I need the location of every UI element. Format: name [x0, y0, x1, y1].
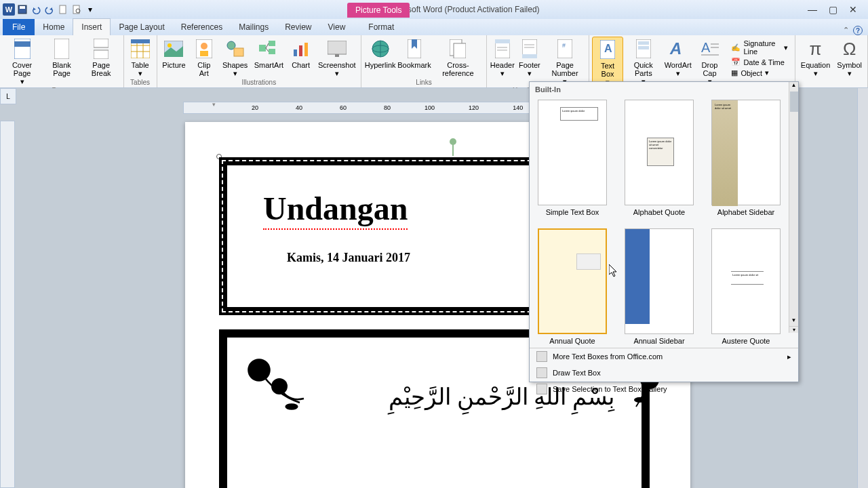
footer-button[interactable]: Footer▾: [517, 37, 542, 87]
tab-insert[interactable]: Insert: [73, 18, 111, 35]
date-time-button[interactable]: 📅Date & Time: [731, 58, 787, 66]
gallery-item-annual-quote[interactable]: Annual Quote: [535, 228, 610, 345]
redo-icon[interactable]: [43, 3, 56, 16]
chart-button[interactable]: Chart: [288, 37, 315, 79]
ruler-corner[interactable]: L: [0, 88, 16, 104]
svg-rect-30: [335, 54, 339, 57]
svg-rect-15: [131, 39, 150, 43]
office-icon: [536, 351, 547, 362]
svg-rect-22: [234, 48, 243, 56]
table-button[interactable]: Table▾: [127, 37, 154, 79]
group-tables-label: Tables: [127, 79, 154, 87]
ribbon: Cover Page▾ Blank Page Page Break Pages …: [0, 35, 868, 88]
screenshot-button[interactable]: Screenshot▾: [315, 37, 358, 79]
shapes-button[interactable]: Shapes▾: [220, 37, 250, 79]
signature-line-button[interactable]: ✍Signature Line ▾: [731, 39, 787, 56]
save-gallery-icon: [536, 384, 547, 394]
minimize-ribbon-icon[interactable]: ⌃: [843, 26, 849, 35]
hyperlink-button[interactable]: Hyperlink: [364, 37, 396, 79]
blank-page-button[interactable]: Blank Page: [43, 37, 81, 87]
text-box-gallery: Built-In Lorem ipsum dolor Simple Text B…: [529, 81, 799, 382]
tab-view[interactable]: View: [320, 19, 354, 35]
gallery-item-annual-sidebar[interactable]: Annual Sidebar: [622, 228, 696, 345]
svg-rect-24: [269, 41, 275, 46]
svg-text:A: A: [701, 40, 711, 55]
group-illustrations-label: Illustrations: [160, 79, 359, 87]
invitation-title: Undangan: [263, 190, 408, 230]
svg-rect-38: [495, 39, 510, 43]
gallery-section-header: Built-In: [530, 82, 798, 97]
signature-icon: ✍: [731, 43, 741, 52]
object-button[interactable]: ▦Object ▾: [731, 68, 787, 77]
svg-rect-7: [54, 39, 69, 59]
draw-text-box-item[interactable]: Draw Text Box: [530, 365, 798, 381]
symbol-button[interactable]: ΩSymbol▾: [834, 37, 865, 79]
gallery-item-alphabet-quote[interactable]: Lorem ipsum dolor sit amet consectetur A…: [622, 100, 696, 216]
svg-point-64: [634, 397, 645, 403]
invitation-date: Kamis, 14 Januari 2017: [287, 251, 410, 265]
vertical-ruler[interactable]: [0, 121, 15, 488]
svg-point-19: [201, 43, 208, 49]
gallery-item-simple-text-box[interactable]: Lorem ipsum dolor Simple Text Box: [535, 100, 610, 216]
svg-text:A: A: [669, 39, 682, 58]
svg-rect-8: [94, 39, 108, 47]
object-icon: ▦: [731, 68, 738, 77]
tab-home[interactable]: Home: [35, 19, 73, 35]
close-icon[interactable]: ✕: [848, 4, 859, 15]
draw-icon: [536, 367, 547, 378]
gallery-item-alphabet-sidebar[interactable]: Lorem ipsum dolor sit amet Alphabet Side…: [709, 100, 783, 216]
bookmark-button[interactable]: Bookmark: [397, 37, 431, 79]
svg-rect-1: [20, 6, 25, 9]
title-bar: W ▾ 527_B - Microsoft Word (Product Acti…: [0, 0, 868, 19]
scrollbar-thumb[interactable]: [790, 92, 798, 112]
gallery-scrollbar[interactable]: ▲ ▼ ▾: [789, 82, 798, 333]
clipart-button[interactable]: Clip Art: [189, 37, 218, 79]
drop-cap-button[interactable]: ADrop Cap▾: [694, 37, 726, 88]
tab-file[interactable]: File: [3, 19, 35, 35]
cover-page-button[interactable]: Cover Page▾: [3, 37, 41, 87]
ribbon-tabs: File Home Insert Page Layout References …: [0, 19, 868, 35]
page-number-button[interactable]: #Page Number▾: [544, 37, 586, 87]
tab-page-layout[interactable]: Page Layout: [111, 19, 172, 35]
svg-rect-27: [299, 45, 302, 56]
right-scrollbar-area[interactable]: [857, 88, 868, 488]
save-selection-item[interactable]: Save Selection to Text Box Gallery: [530, 381, 798, 397]
group-links-label: Links: [364, 79, 484, 87]
mouse-cursor-icon: [609, 264, 620, 281]
tab-mailings[interactable]: Mailings: [231, 19, 277, 35]
wordart-button[interactable]: AWordArt▾: [664, 37, 692, 88]
tab-review[interactable]: Review: [277, 19, 319, 35]
maximize-icon[interactable]: ▢: [827, 4, 838, 15]
header-button[interactable]: Header▾: [490, 37, 515, 87]
word-icon: W: [3, 3, 15, 16]
contextual-tab-label: Picture Tools: [347, 3, 410, 18]
undo-icon[interactable]: [30, 3, 42, 16]
help-icon[interactable]: ?: [853, 26, 863, 35]
more-text-boxes-item[interactable]: More Text Boxes from Office.com▸: [530, 348, 798, 365]
crossref-button[interactable]: Cross-reference: [433, 37, 484, 79]
flower-decoration-2-icon: [231, 346, 319, 427]
page-break-button[interactable]: Page Break: [82, 37, 121, 87]
print-preview-icon[interactable]: [71, 3, 83, 16]
svg-rect-42: [522, 54, 537, 58]
svg-point-62: [285, 403, 298, 410]
quick-parts-button[interactable]: Quick Parts▾: [625, 37, 663, 88]
svg-rect-51: [638, 46, 649, 49]
qat-dropdown-icon[interactable]: ▾: [84, 3, 96, 16]
tab-references[interactable]: References: [173, 19, 231, 35]
equation-button[interactable]: πEquation▾: [798, 37, 833, 79]
gallery-item-austere-quote[interactable]: Lorem ipsum dolor sit Austere Quote: [709, 228, 783, 345]
save-icon[interactable]: [16, 3, 28, 16]
smartart-button[interactable]: SmartArt: [252, 37, 286, 79]
svg-point-17: [167, 43, 172, 47]
calendar-icon: 📅: [731, 58, 741, 66]
picture-button[interactable]: Picture: [160, 37, 189, 79]
text-box-button[interactable]: AText Box▾: [592, 37, 623, 88]
svg-rect-29: [328, 41, 347, 54]
rotate-connector: [452, 144, 454, 156]
minimize-icon[interactable]: —: [807, 4, 818, 15]
new-icon[interactable]: [57, 3, 69, 16]
svg-rect-20: [200, 51, 208, 56]
svg-rect-23: [259, 45, 266, 52]
tab-format[interactable]: Format: [360, 19, 402, 35]
